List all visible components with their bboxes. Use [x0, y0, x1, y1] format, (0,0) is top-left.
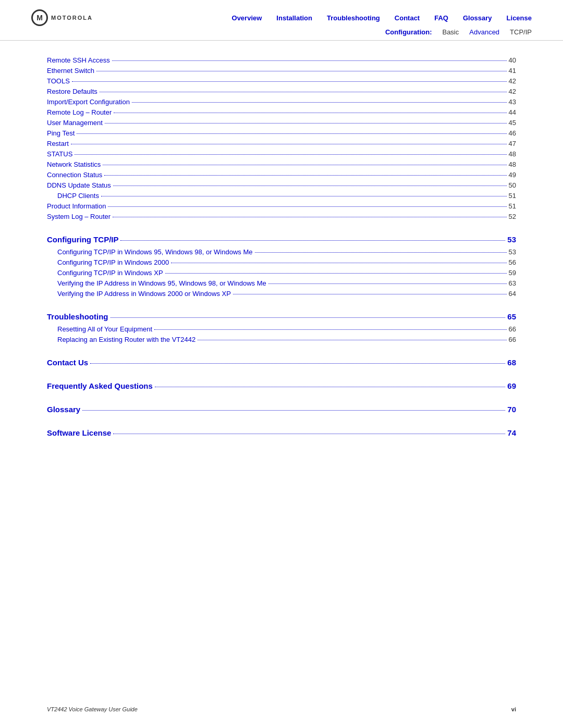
section-dots: [120, 240, 505, 241]
toc-link[interactable]: Connection Status: [47, 171, 102, 179]
sub-toc-link[interactable]: Verifying the IP Address in Windows 95, …: [57, 279, 266, 287]
toc-link[interactable]: TOOLS: [47, 77, 70, 85]
toc-link[interactable]: STATUS: [47, 150, 72, 158]
sub-toc-link[interactable]: Configuring TCP/IP in Windows 95, Window…: [57, 248, 253, 256]
toc-page: 46: [509, 129, 516, 137]
toc-dots: [96, 71, 506, 71]
sub-toc-link[interactable]: Verifying the IP Address in Windows 2000…: [57, 290, 231, 298]
toc-item: STATUS 48: [47, 150, 516, 158]
toc-item: Remote SSH Access 40: [47, 56, 516, 64]
toc-page: 51: [509, 192, 516, 200]
toc-dots: [233, 294, 507, 294]
nav-contact[interactable]: Contact: [395, 14, 420, 22]
sub-toc-link[interactable]: Replacing an Existing Router with the VT…: [57, 336, 195, 343]
sub-toc-page: 66: [509, 336, 516, 343]
toc-page: 45: [509, 119, 516, 127]
sub-toc-page: 63: [509, 279, 516, 287]
toc-page: 42: [509, 77, 516, 85]
toc-dots: [104, 175, 506, 176]
sub-nav-basic[interactable]: Basic: [442, 28, 459, 36]
sub-entries: Resetting All of Your Equipment 66 Repla…: [57, 325, 516, 343]
section-dots: [155, 387, 505, 387]
nav-troubleshooting[interactable]: Troubleshooting: [327, 14, 380, 22]
sections-list: Configuring TCP/IP 53 Configuring TCP/IP…: [47, 235, 516, 437]
toc-link[interactable]: Network Statistics: [47, 161, 101, 168]
toc-page: 48: [509, 161, 516, 168]
section-header: Contact Us 68: [47, 358, 516, 367]
sub-toc-item: Configuring TCP/IP in Windows XP 59: [57, 269, 516, 277]
toc-dots: [105, 123, 507, 124]
toc-link[interactable]: User Management: [47, 119, 103, 127]
toc-link[interactable]: Restart: [47, 140, 69, 147]
section-header: Frequently Asked Questions 69: [47, 381, 516, 390]
toc-page: 44: [509, 108, 516, 116]
nav-faq[interactable]: FAQ: [434, 14, 448, 22]
section-title[interactable]: Glossary: [47, 405, 80, 414]
toc-dots: [75, 154, 506, 155]
header: M MOTOROLA Overview Installation Trouble…: [0, 0, 563, 41]
toc-item: DDNS Update Status 50: [47, 181, 516, 189]
nav-license[interactable]: License: [507, 14, 532, 22]
section-page: 68: [507, 358, 516, 367]
toc-link[interactable]: Remote SSH Access: [47, 56, 110, 64]
toc-page: 49: [509, 171, 516, 179]
toc-link[interactable]: System Log – Router: [47, 213, 111, 220]
toc-item: Connection Status 49: [47, 171, 516, 179]
sub-toc-item: Configuring TCP/IP in Windows 2000 56: [57, 258, 516, 266]
main-content: Remote SSH Access 40 Ethernet Switch 41 …: [0, 41, 563, 473]
sub-toc-link[interactable]: Configuring TCP/IP in Windows XP: [57, 269, 163, 277]
section-title[interactable]: Software License: [47, 428, 111, 437]
logo-area: M MOTOROLA: [31, 9, 115, 26]
toc-dots: [77, 133, 506, 134]
sub-toc-page: 53: [509, 248, 516, 256]
nav-installation[interactable]: Installation: [276, 14, 312, 22]
section-dots: [111, 317, 506, 318]
footer: VT2442 Voice Gateway User Guide vi: [47, 706, 516, 712]
toc-item: Restore Defaults 42: [47, 88, 516, 95]
section-page: 65: [507, 312, 516, 321]
section-header: Glossary 70: [47, 405, 516, 414]
toc-list: Remote SSH Access 40 Ethernet Switch 41 …: [47, 56, 516, 220]
toc-link[interactable]: Import/Export Configuration: [47, 98, 130, 106]
section-title[interactable]: Configuring TCP/IP: [47, 235, 118, 244]
configuration-label: Configuration:: [385, 28, 432, 36]
toc-dots: [108, 206, 506, 207]
toc-dots: [100, 92, 507, 92]
section-title[interactable]: Frequently Asked Questions: [47, 381, 153, 390]
sub-nav-advanced[interactable]: Advanced: [469, 28, 499, 36]
toc-link[interactable]: DDNS Update Status: [47, 181, 111, 189]
toc-link[interactable]: Remote Log – Router: [47, 108, 112, 116]
section-title[interactable]: Troubleshooting: [47, 312, 108, 321]
toc-page: 47: [509, 140, 516, 147]
toc-page: 43: [509, 98, 516, 106]
toc-link[interactable]: DHCP Clients: [57, 192, 99, 200]
toc-link[interactable]: Ping Test: [47, 129, 75, 137]
sub-nav-tcpip[interactable]: TCP/IP: [510, 28, 532, 36]
section-page: 69: [507, 381, 516, 390]
sub-toc-item: Configuring TCP/IP in Windows 95, Window…: [57, 248, 516, 256]
nav-glossary[interactable]: Glossary: [463, 14, 492, 22]
sub-toc-page: 59: [509, 269, 516, 277]
toc-page: 41: [509, 67, 516, 75]
section-dots: [113, 434, 505, 434]
nav-overview[interactable]: Overview: [232, 14, 262, 22]
toc-page: 48: [509, 150, 516, 158]
sub-toc-link[interactable]: Resetting All of Your Equipment: [57, 325, 152, 333]
toc-item: Network Statistics 48: [47, 161, 516, 168]
toc-dots: [113, 186, 507, 186]
sub-toc-item: Replacing an Existing Router with the VT…: [57, 336, 516, 343]
toc-dots: [171, 263, 506, 263]
toc-item: Import/Export Configuration 43: [47, 98, 516, 106]
section-page: 70: [507, 405, 516, 414]
toc-item: Ethernet Switch 41: [47, 67, 516, 75]
sub-toc-link[interactable]: Configuring TCP/IP in Windows 2000: [57, 258, 169, 266]
toc-link[interactable]: Product Information: [47, 202, 106, 210]
footer-page-number: vi: [511, 706, 516, 712]
section-title[interactable]: Contact Us: [47, 358, 88, 367]
motorola-wordmark: MOTOROLA: [51, 15, 93, 21]
toc-item: TOOLS 42: [47, 77, 516, 85]
toc-page: 51: [509, 202, 516, 210]
toc-link[interactable]: Restore Defaults: [47, 88, 97, 95]
toc-link[interactable]: Ethernet Switch: [47, 67, 94, 75]
toc-item: System Log – Router 52: [47, 213, 516, 220]
